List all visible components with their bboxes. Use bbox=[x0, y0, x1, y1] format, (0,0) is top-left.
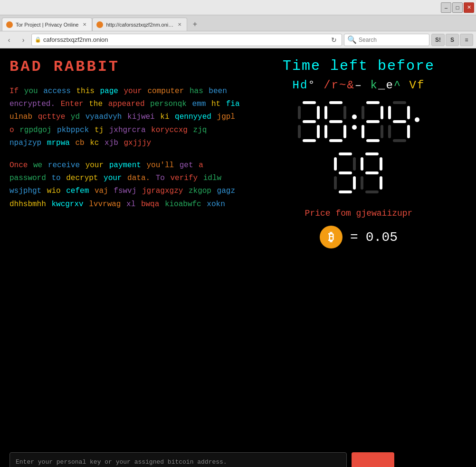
seg-tl bbox=[334, 157, 337, 171]
window-controls: – □ ✕ bbox=[441, 2, 474, 13]
word bbox=[61, 174, 67, 182]
onion-tab-label: http://caforssztxqzf2nm.onion/ bbox=[106, 22, 173, 28]
page-content: BAD RABBIT If you access this page your … bbox=[0, 48, 476, 452]
seconds-display bbox=[334, 152, 383, 194]
word: koryccxg bbox=[151, 126, 188, 134]
word bbox=[135, 200, 141, 209]
word: ki bbox=[160, 113, 169, 121]
toolbar-btn-2[interactable]: S bbox=[446, 34, 459, 46]
word: vyaadvyh bbox=[86, 113, 122, 121]
seg-bl bbox=[362, 125, 364, 138]
seg-mid bbox=[339, 172, 352, 174]
maximize-button[interactable]: □ bbox=[452, 2, 463, 13]
onion-tab-icon bbox=[96, 21, 103, 28]
seg-br bbox=[343, 125, 346, 138]
word bbox=[103, 100, 108, 108]
word bbox=[144, 100, 150, 108]
word bbox=[220, 100, 226, 108]
new-tab-button[interactable]: + bbox=[188, 18, 201, 31]
paragraph-1: If you access this page your computer ha… bbox=[10, 85, 242, 150]
submit-button[interactable]: ✓ bbox=[352, 452, 394, 467]
word bbox=[150, 174, 156, 182]
seg-tl bbox=[388, 106, 391, 119]
key-input[interactable] bbox=[10, 452, 347, 467]
gibberish-segment: k bbox=[362, 79, 378, 92]
word: npajzyp bbox=[10, 139, 41, 147]
close-button[interactable]: ✕ bbox=[464, 2, 474, 13]
seg-tl bbox=[324, 106, 327, 119]
price-label: Price fom gjewaiizupr bbox=[305, 209, 413, 218]
word: wio bbox=[47, 187, 61, 195]
word bbox=[206, 100, 211, 108]
seg-mid bbox=[393, 120, 406, 123]
reload-button[interactable]: ↻ bbox=[329, 35, 339, 45]
seg-top bbox=[366, 101, 380, 104]
word bbox=[174, 161, 180, 170]
url-input[interactable] bbox=[43, 36, 327, 43]
word bbox=[46, 200, 52, 209]
gibberish-segment: Hd bbox=[293, 79, 308, 92]
seg-top bbox=[393, 101, 406, 104]
word bbox=[89, 126, 95, 134]
word bbox=[211, 113, 217, 121]
word: payment bbox=[109, 161, 141, 170]
title-bar: – □ ✕ bbox=[0, 0, 476, 15]
toolbar-buttons: S! S ≡ bbox=[431, 34, 473, 46]
word bbox=[183, 187, 189, 195]
word: ht bbox=[211, 100, 220, 108]
word: encrypted. bbox=[10, 100, 55, 108]
word: been bbox=[209, 87, 227, 95]
tab-onion[interactable]: http://caforssztxqzf2nm.onion/ ✕ bbox=[92, 18, 187, 31]
word bbox=[80, 161, 86, 170]
word bbox=[188, 126, 193, 134]
search-input[interactable] bbox=[359, 37, 430, 43]
tor-tab-close[interactable]: ✕ bbox=[81, 21, 88, 28]
word: verify bbox=[171, 174, 198, 182]
url-bar-wrapper[interactable]: 🔒 ↻ bbox=[31, 34, 342, 46]
seg-bot bbox=[303, 139, 316, 142]
search-bar-wrapper[interactable]: 🔍 bbox=[344, 34, 429, 46]
right-panel: Time left before Hd° /r~&– k_e^ Vf bbox=[252, 58, 466, 443]
word bbox=[122, 174, 127, 182]
word: the bbox=[89, 100, 103, 108]
bitcoin-icon: ₿ bbox=[320, 226, 343, 248]
word bbox=[85, 139, 90, 147]
seg-top bbox=[329, 101, 343, 104]
word: you'll bbox=[147, 161, 174, 170]
word: jgragxgzy bbox=[142, 187, 183, 195]
back-button[interactable]: ‹ bbox=[3, 34, 15, 46]
word bbox=[65, 113, 71, 121]
word: cefem bbox=[66, 187, 89, 195]
word: jgpl bbox=[217, 113, 235, 121]
gibberish-segment: – bbox=[355, 79, 362, 92]
seg-bot bbox=[365, 191, 379, 193]
seg-br bbox=[381, 125, 383, 138]
tor-tab-icon bbox=[6, 21, 13, 28]
word bbox=[55, 100, 61, 108]
onion-tab-close[interactable]: ✕ bbox=[176, 21, 183, 28]
seg-tr bbox=[381, 106, 383, 119]
menu-button[interactable]: ≡ bbox=[460, 34, 473, 46]
word bbox=[28, 161, 33, 170]
input-area: ✓ bbox=[10, 452, 394, 467]
toolbar-btn-1[interactable]: S! bbox=[431, 34, 445, 46]
seg-bl bbox=[361, 176, 363, 190]
word bbox=[203, 87, 209, 95]
word bbox=[184, 87, 190, 95]
minimize-button[interactable]: – bbox=[441, 2, 451, 13]
price-value: 0.05 bbox=[366, 230, 398, 245]
word: fswvj bbox=[114, 187, 136, 195]
word bbox=[122, 113, 127, 121]
word bbox=[84, 200, 89, 209]
time-left-title: Time left before bbox=[283, 58, 435, 74]
seg-mid bbox=[303, 120, 316, 123]
word bbox=[84, 100, 89, 108]
seg-tr bbox=[317, 106, 320, 119]
word bbox=[32, 113, 38, 121]
tab-tor[interactable]: Tor Project | Privacy Online ✕ bbox=[2, 18, 92, 31]
word bbox=[211, 187, 217, 195]
forward-button[interactable]: › bbox=[17, 34, 29, 46]
trailing-dot bbox=[415, 117, 419, 122]
word: gxjjjy bbox=[124, 139, 152, 147]
gibberish-segment: ° bbox=[308, 79, 315, 92]
